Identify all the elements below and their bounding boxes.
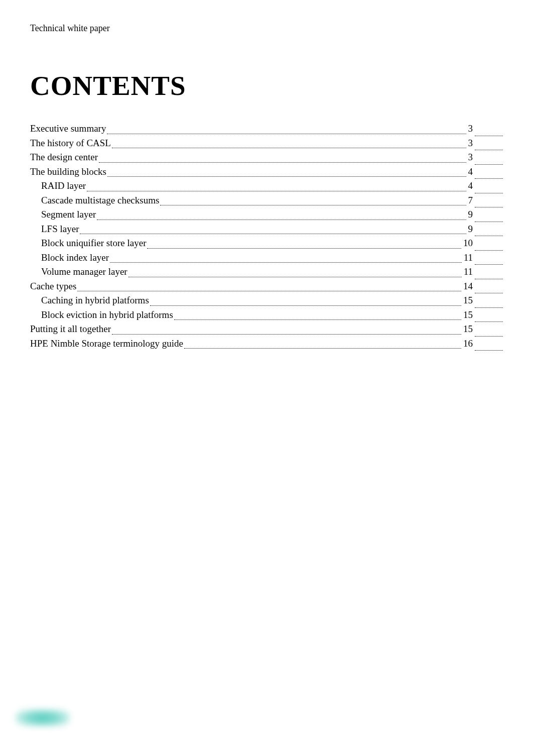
toc-entry-title: RAID layer bbox=[41, 179, 86, 193]
toc-leader-dots bbox=[107, 169, 466, 177]
toc-entry-page: 4 bbox=[468, 179, 474, 193]
toc-leader-dots bbox=[110, 255, 462, 263]
toc-entry: Volume manager layer 11 bbox=[30, 265, 503, 279]
toc-entry-page: 7 bbox=[468, 193, 474, 208]
toc-entry: LFS layer 9 bbox=[30, 222, 503, 237]
toc-leader-dots bbox=[99, 155, 466, 162]
toc-trailing-dots bbox=[475, 300, 503, 307]
toc-entry: Executive summary 3 bbox=[30, 122, 503, 136]
toc-entry: Block uniquifier store layer 10 bbox=[30, 236, 503, 251]
toc-entry-title: Volume manager layer bbox=[41, 265, 127, 279]
toc-entry-title: Block uniquifier store layer bbox=[41, 236, 146, 251]
toc-entry-page: 15 bbox=[463, 293, 474, 308]
toc-trailing-dots bbox=[475, 171, 503, 179]
toc-trailing-dots bbox=[475, 271, 503, 279]
toc-entry: Caching in hybrid platforms 15 bbox=[30, 293, 503, 308]
toc-entry-title: Block eviction in hybrid platforms bbox=[41, 308, 173, 322]
toc-entry-title: LFS layer bbox=[41, 222, 79, 237]
toc-trailing-dots bbox=[475, 329, 503, 336]
toc-entry-page: 15 bbox=[463, 322, 474, 337]
toc-entry-page: 15 bbox=[463, 308, 474, 322]
toc-entry: HPE Nimble Storage terminology guide 16 bbox=[30, 337, 503, 351]
toc-leader-dots bbox=[147, 241, 461, 248]
toc-trailing-dots bbox=[475, 214, 503, 222]
toc-entry-title: Putting it all together bbox=[30, 322, 111, 337]
toc-entry-title: Block index layer bbox=[41, 251, 109, 265]
toc-entry: Segment layer 9 bbox=[30, 207, 503, 222]
toc-entry: The design center 3 bbox=[30, 150, 503, 165]
toc-trailing-dots bbox=[475, 143, 503, 150]
toc-entry: Cache types 14 bbox=[30, 279, 503, 294]
toc-entry-page: 3 bbox=[468, 136, 474, 151]
toc-leader-dots bbox=[128, 269, 462, 277]
toc-entry-title: Cascade multistage checksums bbox=[41, 193, 159, 208]
table-of-contents: Executive summary 3 The history of CASL … bbox=[30, 122, 503, 351]
toc-trailing-dots bbox=[475, 229, 503, 236]
toc-leader-dots bbox=[87, 183, 466, 191]
toc-entry-page: 4 bbox=[468, 165, 474, 179]
toc-trailing-dots bbox=[475, 343, 503, 351]
toc-trailing-dots bbox=[475, 257, 503, 265]
toc-entry: RAID layer 4 bbox=[30, 179, 503, 193]
toc-entry-page: 10 bbox=[463, 236, 474, 251]
toc-leader-dots bbox=[77, 284, 461, 291]
toc-entry-page: 9 bbox=[468, 207, 474, 222]
toc-leader-dots bbox=[80, 227, 466, 234]
toc-entry-title: The design center bbox=[30, 150, 98, 165]
toc-entry: Cascade multistage checksums 7 bbox=[30, 193, 503, 208]
toc-trailing-dots bbox=[475, 157, 503, 164]
toc-entry: Block eviction in hybrid platforms 15 bbox=[30, 308, 503, 322]
toc-trailing-dots bbox=[475, 314, 503, 322]
toc-entry-title: Caching in hybrid platforms bbox=[41, 293, 149, 308]
toc-leader-dots bbox=[150, 298, 461, 305]
contents-heading: CONTENTS bbox=[30, 70, 503, 101]
toc-entry-page: 9 bbox=[468, 222, 474, 237]
toc-entry-title: HPE Nimble Storage terminology guide bbox=[30, 337, 183, 351]
toc-entry-page: 11 bbox=[464, 251, 474, 265]
toc-entry: The building blocks 4 bbox=[30, 165, 503, 179]
page: Technical white paper CONTENTS Executive… bbox=[0, 0, 533, 756]
toc-trailing-dots bbox=[475, 286, 503, 293]
toc-trailing-dots bbox=[475, 200, 503, 207]
toc-leader-dots bbox=[107, 126, 466, 134]
toc-leader-dots bbox=[97, 212, 466, 220]
toc-leader-dots bbox=[174, 312, 461, 320]
toc-leader-dots bbox=[112, 327, 461, 334]
toc-entry: The history of CASL 3 bbox=[30, 136, 503, 151]
toc-entry: Block index layer 11 bbox=[30, 251, 503, 265]
toc-entry: Putting it all together 15 bbox=[30, 322, 503, 337]
toc-entry-page: 3 bbox=[468, 150, 474, 165]
toc-leader-dots bbox=[160, 198, 466, 205]
toc-entry-page: 16 bbox=[463, 337, 474, 351]
toc-trailing-dots bbox=[475, 128, 503, 136]
toc-entry-title: The building blocks bbox=[30, 165, 106, 179]
toc-entry-title: Cache types bbox=[30, 279, 76, 294]
toc-entry-title: The history of CASL bbox=[30, 136, 111, 151]
toc-entry-title: Executive summary bbox=[30, 122, 106, 136]
toc-leader-dots bbox=[184, 341, 461, 349]
document-type-label: Technical white paper bbox=[30, 23, 503, 34]
toc-entry-page: 14 bbox=[463, 279, 474, 294]
toc-entry-page: 11 bbox=[464, 265, 474, 279]
toc-trailing-dots bbox=[475, 243, 503, 250]
toc-trailing-dots bbox=[475, 185, 503, 193]
toc-entry-page: 3 bbox=[468, 122, 474, 136]
toc-leader-dots bbox=[112, 141, 466, 148]
toc-entry-title: Segment layer bbox=[41, 207, 96, 222]
footer-logo-blur bbox=[15, 709, 70, 727]
